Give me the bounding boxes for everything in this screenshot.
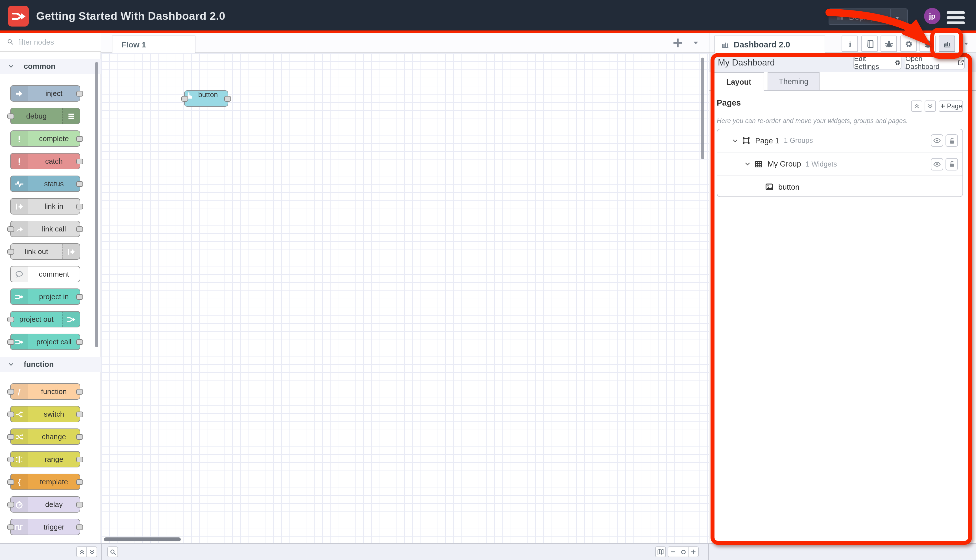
main-menu-button[interactable] [947,11,965,24]
palette-node-list: commoninjectdebugcompletecatchstatuslink… [0,52,101,543]
visibility-toggle-button[interactable] [931,158,943,170]
palette-node-delay[interactable]: delay [10,496,80,513]
config-nodes-button[interactable] [900,35,917,52]
input-port[interactable] [7,502,14,507]
input-port[interactable] [7,113,14,119]
tab-layout[interactable]: Layout [713,72,764,92]
palette-node-inject[interactable]: inject [10,85,80,102]
input-port[interactable] [7,479,14,485]
palette-node-change[interactable]: change [10,428,80,445]
palette-expand-all-button[interactable] [87,547,97,557]
tab-theming[interactable]: Theming [767,72,819,91]
palette-node-complete[interactable]: complete [10,130,80,147]
output-port[interactable] [76,203,83,209]
input-port[interactable] [7,411,14,417]
output-port[interactable] [76,294,83,300]
app-header: Getting Started With Dashboard 2.0 Deplo… [0,0,976,32]
palette-node-function[interactable]: ffunction [10,383,80,400]
palette-node-template[interactable]: {template [10,473,80,490]
output-port[interactable] [76,434,83,440]
visibility-toggle-button[interactable] [931,134,943,147]
tab-dashboard-2[interactable]: Dashboard 2.0 [714,35,825,53]
output-port[interactable] [76,91,83,96]
output-port[interactable] [76,339,83,345]
page-title: Getting Started With Dashboard 2.0 [36,0,225,32]
input-port[interactable] [7,317,14,322]
palette-node-link-call[interactable]: link call [10,221,80,237]
palette-node-status[interactable]: status [10,175,80,192]
palette-node-catch[interactable]: catch [10,153,80,169]
palette-node-link-in[interactable]: link in [10,198,80,215]
input-port[interactable] [7,457,14,462]
lock-toggle-button[interactable] [946,158,958,170]
palette-section-common[interactable]: common [0,59,101,74]
canvas-search-button[interactable] [107,547,118,557]
palette-node-project-in[interactable]: project in [10,288,80,305]
tree-row-button[interactable]: button [717,176,963,197]
canvas-horizontal-scrollbar[interactable] [104,537,181,542]
output-port[interactable] [76,389,83,394]
output-port[interactable] [76,502,83,507]
deploy-button[interactable]: Deploy [829,8,908,25]
palette-scrollbar[interactable] [95,62,98,347]
sidebar-menu-caret[interactable] [963,41,970,47]
chevron-down-icon[interactable] [732,137,738,144]
input-port[interactable] [7,524,14,530]
palette-node-project-call[interactable]: project call [10,333,80,350]
palette-node-link-out[interactable]: link out [10,243,80,260]
help-button[interactable] [861,35,878,52]
canvas-node-button[interactable]: button [184,90,228,107]
input-port[interactable] [7,389,14,394]
add-flow-button[interactable] [672,37,684,49]
palette-node-debug[interactable]: debug [10,108,80,124]
output-port[interactable] [76,411,83,417]
canvas-vertical-scrollbar[interactable] [701,58,704,159]
output-port[interactable] [76,181,83,187]
palette-node-switch[interactable]: switch [10,406,80,422]
input-port[interactable] [7,434,14,440]
palette-filter[interactable]: filter nodes [0,32,101,52]
output-port[interactable] [76,457,83,462]
input-port[interactable] [7,226,14,232]
palette-node-range[interactable]: range [10,451,80,467]
user-avatar[interactable]: jp [924,8,941,24]
zoom-out-button[interactable] [667,547,678,557]
output-port[interactable] [76,136,83,142]
debug-button[interactable] [881,35,897,52]
input-port[interactable] [7,249,14,254]
flow-list-button[interactable] [692,40,700,46]
palette-node-project-out[interactable]: project out [10,311,80,327]
dashboard-2-button[interactable] [939,35,955,52]
output-port[interactable] [76,524,83,530]
zoom-in-button[interactable] [688,547,699,557]
tree-row-my-group[interactable]: My Group1 Widgets [717,152,963,176]
output-port[interactable] [224,96,231,101]
move-page-down-button[interactable] [924,100,936,112]
output-port[interactable] [76,479,83,485]
toggle-navigator-button[interactable] [655,547,666,557]
zoom-reset-button[interactable] [678,547,689,557]
info-button[interactable]: i [842,35,858,52]
output-port[interactable] [76,158,83,164]
context-data-button[interactable] [919,35,936,52]
tree-row-page-1[interactable]: Page 11 Groups [717,129,963,152]
move-page-up-button[interactable] [911,100,923,112]
palette-node-comment[interactable]: comment [10,266,80,282]
deploy-caret-icon[interactable] [894,15,901,21]
tab-flow-1[interactable]: Flow 1 [112,35,195,53]
lock-toggle-button[interactable] [946,134,958,147]
node-red-logo[interactable] [8,6,29,27]
palette-node-trigger[interactable]: trigger [10,519,80,535]
output-port[interactable] [76,226,83,232]
input-port[interactable] [181,96,188,101]
flow-canvas-area: Flow 1 button [101,32,709,543]
palette-collapse-all-button[interactable] [76,547,87,557]
flow-canvas[interactable]: button [101,53,709,543]
add-page-button[interactable]: Page [939,100,963,112]
tree-item-badge: 1 Groups [784,137,813,145]
input-port[interactable] [7,339,14,345]
chevron-down-icon[interactable] [744,161,751,167]
open-dashboard-button[interactable]: Open Dashboard [905,56,965,70]
palette-section-function[interactable]: function [0,357,101,372]
edit-settings-button[interactable]: Edit Settings [853,56,901,70]
